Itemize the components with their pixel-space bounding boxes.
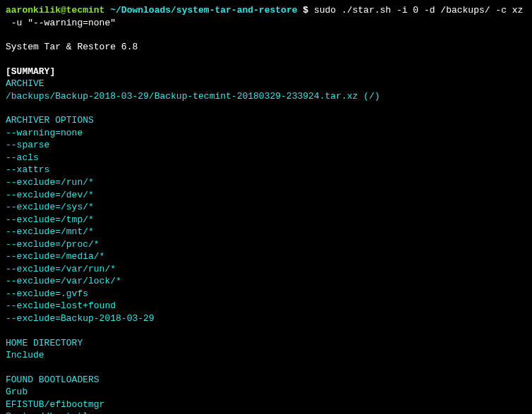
archiver-option: --exclude=/var/lock/* — [6, 275, 526, 288]
archiver-option: --exclude=/media/* — [6, 250, 526, 263]
archiver-option: --exclude=/dev/* — [6, 189, 526, 202]
archiver-option: --exclude=.gvfs — [6, 288, 526, 300]
app-header: System Tar & Restore 6.8 — [6, 41, 526, 54]
blank-line — [6, 362, 526, 374]
archiver-option: --exclude=/var/run/* — [6, 263, 526, 276]
home-directory-value: Include — [6, 349, 526, 362]
command-text-1[interactable]: sudo ./star.sh -i 0 -d /backups/ -c xz — [314, 5, 523, 16]
prompt-path: ~/Downloads/system-tar-and-restore — [104, 5, 303, 16]
home-directory-label: HOME DIRECTORY — [6, 337, 526, 350]
archiver-option: --exclude=Backup-2018-03-29 — [6, 312, 526, 325]
archiver-options-label: ARCHIVER OPTIONS — [6, 114, 526, 127]
blank-line — [6, 29, 526, 41]
archive-label: ARCHIVE — [6, 78, 526, 90]
blank-line — [6, 102, 526, 114]
prompt-line-1: aaronkilik@tecmint ~/Downloads/system-ta… — [6, 4, 526, 17]
archive-path: /backups/Backup-2018-03-29/Backup-tecmin… — [6, 90, 526, 103]
bootloader-item: Systemd/bootctl — [6, 410, 526, 414]
archiver-option: --exclude=/proc/* — [6, 238, 526, 251]
archiver-option: --acls — [6, 152, 526, 164]
archiver-option: --exclude=/tmp/* — [6, 214, 526, 226]
blank-line — [6, 54, 526, 66]
bootloaders-label: FOUND BOOTLOADERS — [6, 374, 526, 386]
blank-line — [6, 325, 526, 337]
bootloader-item: EFISTUB/efibootmgr — [6, 398, 526, 411]
summary-title: [SUMMARY] — [6, 66, 526, 78]
prompt-user-host: aaronkilik@tecmint — [6, 5, 104, 16]
archiver-option: --sparse — [6, 139, 526, 152]
archiver-option: --xattrs — [6, 164, 526, 176]
archiver-option: --exclude=/mnt/* — [6, 226, 526, 238]
command-text-2[interactable]: -u "--warning=none" — [6, 17, 526, 30]
archiver-option: --exclude=/sys/* — [6, 201, 526, 214]
archiver-option: --warning=none — [6, 127, 526, 140]
prompt-symbol: $ — [303, 5, 314, 16]
archiver-option: --exclude=lost+found — [6, 300, 526, 312]
bootloader-item: Grub — [6, 386, 526, 398]
archiver-option: --exclude=/run/* — [6, 176, 526, 189]
